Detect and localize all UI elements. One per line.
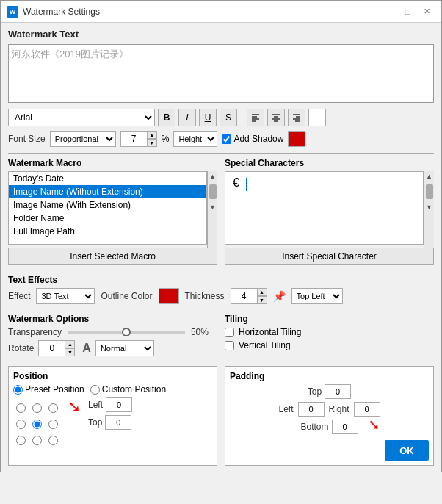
thickness-input[interactable] xyxy=(231,288,257,304)
italic-button[interactable]: I xyxy=(178,109,196,126)
padding-arrow-indicator: ➘ xyxy=(368,416,380,433)
normal-select[interactable]: Normal Bevel Emboss Engrave xyxy=(95,340,154,356)
transparency-value: 50% xyxy=(191,327,209,337)
strikethrough-button[interactable]: S xyxy=(220,109,237,126)
font-size-label: Font Size xyxy=(8,134,46,144)
size-input[interactable] xyxy=(120,131,147,147)
add-shadow-checkbox[interactable] xyxy=(222,134,231,144)
macro-item-0[interactable]: Today's Date xyxy=(9,172,206,185)
macro-item-1[interactable]: Image Name (Without Extension) xyxy=(9,185,206,198)
thickness-down-button[interactable]: ▼ xyxy=(257,296,267,304)
padding-top-input[interactable] xyxy=(325,384,351,399)
pos-mc[interactable] xyxy=(32,420,42,429)
special-scroll-down[interactable]: ▼ xyxy=(426,202,432,212)
special-chars-box[interactable]: € xyxy=(225,171,424,245)
padding-bottom-input[interactable] xyxy=(332,420,358,434)
pos-ml[interactable] xyxy=(16,420,26,429)
pos-bc[interactable] xyxy=(32,436,42,445)
macro-item-2[interactable]: Image Name (With Extension) xyxy=(9,198,206,212)
insert-special-char-button[interactable]: Insert Special Character xyxy=(225,248,434,265)
horizontal-tiling-row: Horizontal Tiling xyxy=(225,327,434,337)
page-subtitle: Watermark Text xyxy=(8,29,434,40)
minimize-button[interactable]: ─ xyxy=(380,4,397,19)
pos-tl[interactable] xyxy=(16,403,26,413)
title-bar: W Watermark Settings ─ □ ✕ xyxy=(1,1,441,23)
size-spinner: ▲ ▼ xyxy=(120,131,157,147)
align-center-button[interactable] xyxy=(267,109,285,126)
pos-tr[interactable] xyxy=(48,403,58,413)
add-shadow-label[interactable]: Add Shadow xyxy=(222,134,283,144)
pos-bl[interactable] xyxy=(16,436,26,445)
horizontal-tiling-label: Horizontal Tiling xyxy=(239,327,301,337)
scroll-thumb[interactable] xyxy=(209,184,217,199)
transparency-thumb[interactable] xyxy=(122,328,131,336)
thickness-spinner-buttons: ▲ ▼ xyxy=(257,288,267,304)
preset-position-radio[interactable] xyxy=(13,385,23,395)
options-tiling-section: Watermark Options Transparency 50% Rotat… xyxy=(8,314,434,356)
special-chars-scrollbar[interactable]: ▲ ▼ xyxy=(424,171,434,248)
scroll-down-arrow[interactable]: ▼ xyxy=(209,202,216,212)
align-left-button[interactable] xyxy=(247,109,264,126)
close-button[interactable]: ✕ xyxy=(418,4,435,19)
maximize-button[interactable]: □ xyxy=(399,4,416,19)
ok-button[interactable]: OK xyxy=(385,440,429,461)
custom-position-radio[interactable] xyxy=(90,385,100,395)
preset-position-label[interactable]: Preset Position xyxy=(13,384,84,395)
insert-macro-button[interactable]: Insert Selected Macro xyxy=(8,248,217,265)
vertical-tiling-checkbox[interactable] xyxy=(225,341,234,350)
top-input[interactable] xyxy=(105,415,131,430)
padding-left-input[interactable] xyxy=(298,402,325,417)
position-section: Position Preset Position Custom Position xyxy=(8,366,217,466)
char-cursor xyxy=(246,178,247,191)
rotate-down-button[interactable]: ▼ xyxy=(65,348,75,356)
font-select[interactable]: Arial xyxy=(8,109,155,126)
pushpin-icon: 📌 xyxy=(273,290,286,302)
horizontal-tiling-checkbox[interactable] xyxy=(225,328,234,337)
pos-br[interactable] xyxy=(48,436,58,445)
special-scroll-thumb[interactable] xyxy=(426,184,433,199)
underline-button[interactable]: U xyxy=(199,109,217,126)
divider-3 xyxy=(8,309,434,309)
height-select[interactable]: Height xyxy=(173,131,217,147)
left-field-group: Left xyxy=(88,397,132,412)
transparency-slider[interactable] xyxy=(68,331,185,334)
special-char-euro[interactable]: € xyxy=(228,175,244,191)
padding-left-label: Left xyxy=(278,404,293,414)
padding-right-input[interactable] xyxy=(354,402,380,417)
top-label: Top xyxy=(88,417,102,428)
divider-2 xyxy=(8,270,434,270)
left-input[interactable] xyxy=(106,397,132,412)
scroll-up-arrow[interactable]: ▲ xyxy=(209,171,216,181)
position-fields: Left Top xyxy=(88,397,132,430)
vertical-tiling-label: Vertical Tiling xyxy=(239,340,291,350)
divider-4 xyxy=(8,361,434,361)
size-up-button[interactable]: ▲ xyxy=(147,131,157,139)
vertical-tiling-row: Vertical Tiling xyxy=(225,340,434,350)
special-scroll-up[interactable]: ▲ xyxy=(426,171,432,181)
proportional-select[interactable]: Proportional xyxy=(50,131,116,147)
macro-list[interactable]: Today's Date Image Name (Without Extensi… xyxy=(8,171,207,245)
effect-select[interactable]: 3D Text xyxy=(36,288,95,304)
pos-tc[interactable] xyxy=(32,403,42,413)
rotate-up-button[interactable]: ▲ xyxy=(65,340,75,348)
separator xyxy=(242,110,242,125)
padding-layout: Top Left Right Bottom ➘ xyxy=(230,384,429,434)
bold-button[interactable]: B xyxy=(158,109,175,126)
shadow-color-box[interactable] xyxy=(288,131,305,147)
outline-color-box[interactable] xyxy=(159,288,179,304)
position-radio-grid xyxy=(13,400,60,447)
custom-position-label[interactable]: Custom Position xyxy=(90,384,166,395)
macro-item-4[interactable]: Full Image Path xyxy=(9,225,206,238)
position-radio-row: Preset Position Custom Position xyxy=(13,384,212,395)
thickness-up-button[interactable]: ▲ xyxy=(257,288,267,296)
pos-mr[interactable] xyxy=(48,420,58,429)
macro-scrollbar[interactable]: ▲ ▼ xyxy=(207,171,217,248)
rotate-input[interactable] xyxy=(38,340,65,356)
transparency-row: Transparency 50% xyxy=(8,327,217,337)
text-color-box[interactable] xyxy=(308,109,326,126)
align-right-button[interactable] xyxy=(288,109,305,126)
macro-item-3[interactable]: Folder Name xyxy=(9,212,206,225)
divider-1 xyxy=(8,153,434,154)
size-down-button[interactable]: ▼ xyxy=(147,139,157,147)
position-select[interactable]: Top Left Top Right Bottom Left Bottom Ri… xyxy=(291,288,343,304)
